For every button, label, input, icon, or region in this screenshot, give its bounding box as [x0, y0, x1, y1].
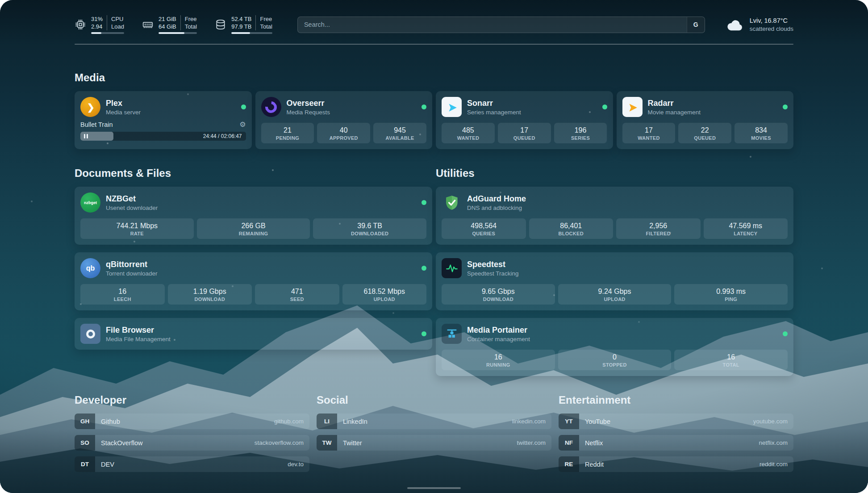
cpu-usage-label: CPU [111, 15, 124, 23]
cpu-load-label: Load [111, 23, 124, 30]
service-card-speedtest[interactable]: Speedtest Speedtest Tracking 9.65 GbpsDO… [436, 252, 793, 310]
bookmark-dev[interactable]: DT DEV dev.to [75, 456, 309, 472]
service-card-plex[interactable]: ❯ Plex Media server Bullet Train ⚙ 24:44… [75, 91, 252, 149]
service-name: Speedtest [467, 259, 519, 269]
bookmark-reddit[interactable]: RE Reddit reddit.com [559, 456, 793, 472]
bookmark-stackoverflow[interactable]: SO StackOverflow stackoverflow.com [75, 435, 309, 451]
bookmark-name: DEV [95, 456, 114, 472]
background-stars [0, 0, 1, 1]
service-card-qbittorrent[interactable]: qb qBittorrent Torrent downloader 16LEEC… [75, 252, 432, 310]
stats-row: 485WANTED 17QUEUED 196SERIES [442, 123, 607, 143]
plex-icon: ❯ [80, 97, 100, 117]
service-name: AdGuard Home [467, 194, 526, 204]
weather-location: Lviv, 16.87°C [750, 17, 793, 25]
stat-block: 2,956FILTERED [616, 218, 701, 239]
section-title-utilities: Utilities [436, 167, 793, 180]
service-desc: Speedtest Tracking [467, 270, 519, 277]
home-indicator [407, 487, 461, 489]
dashboard-screen: 31% 2.94 CPU Load [0, 0, 868, 493]
stat-block: 266 GBREMAINING [197, 218, 310, 239]
bookmark-url: linkedin.com [512, 414, 551, 429]
speedtest-icon [442, 258, 462, 278]
disk-free-label: Free [260, 15, 272, 23]
disk-progress-bar [231, 32, 272, 34]
service-card-portainer[interactable]: Media Portainer Container management 16R… [436, 318, 793, 376]
resource-cpu: 31% 2.94 CPU Load [75, 15, 124, 34]
pause-icon[interactable] [84, 134, 88, 138]
stat-block: 16TOTAL [674, 350, 788, 370]
stats-row: 16RUNNING 0STOPPED 16TOTAL [442, 350, 788, 370]
stat-block: 22QUEUED [678, 123, 731, 143]
bookmark-name: LinkedIn [337, 414, 367, 429]
bookmark-url: dev.to [288, 456, 309, 472]
bookmark-name: Github [95, 414, 120, 429]
bookmark-name: Netflix [579, 435, 603, 451]
stats-row: 16LEECH 1.19 GbpsDOWNLOAD 471SEED 618.52… [80, 284, 426, 305]
stat-block: 9.65 GbpsDOWNLOAD [442, 284, 555, 305]
service-card-sonarr[interactable]: Sonarr Series management 485WANTED 17QUE… [436, 91, 613, 149]
stat-block: 16LEECH [80, 284, 165, 305]
service-desc: Media server [106, 109, 141, 116]
stats-row: 17WANTED 22QUEUED 834MOVIES [622, 123, 788, 143]
service-desc: Media File Management [106, 335, 171, 343]
service-card-filebrowser[interactable]: File Browser Media File Management [75, 318, 432, 350]
overseerr-icon [261, 97, 281, 117]
section-title-developer: Developer [75, 394, 309, 406]
service-desc: Torrent downloader [106, 270, 158, 277]
stat-block: 485WANTED [442, 123, 495, 143]
cpu-icon [75, 19, 86, 30]
bookmark-name: StackOverflow [95, 435, 142, 451]
stat-block: 618.52 MbpsUPLOAD [342, 284, 427, 305]
bookmark-url: netflix.com [759, 435, 793, 451]
bookmark-netflix[interactable]: NF Netflix netflix.com [559, 435, 793, 451]
section-title-media: Media [75, 71, 793, 84]
service-name: Radarr [648, 98, 701, 108]
qbittorrent-icon: qb [80, 258, 100, 278]
sonarr-icon [442, 97, 462, 117]
bookmark-abbr: NF [559, 435, 579, 451]
filebrowser-icon [80, 324, 100, 344]
top-bar: 31% 2.94 CPU Load [75, 15, 793, 34]
stat-block: 17QUEUED [498, 123, 551, 143]
bookmark-url: reddit.com [760, 456, 793, 472]
status-dot [783, 331, 788, 336]
service-card-nzbget[interactable]: nzbget NZBGet Usenet downloader 744.21 M… [75, 187, 432, 245]
stat-block: 17WANTED [622, 123, 676, 143]
service-desc: DNS and adblocking [467, 204, 526, 212]
service-name: qBittorrent [106, 259, 158, 269]
bookmark-abbr: TW [317, 435, 337, 451]
stats-row: 744.21 MbpsRATE 266 GBREMAINING 39.6 TBD… [80, 218, 426, 239]
status-dot [241, 104, 246, 109]
service-desc: Media Requests [287, 109, 330, 116]
social-column: Social LI LinkedIn linkedin.com TW Twitt… [317, 394, 551, 472]
section-title-documents: Documents & Files [75, 167, 432, 180]
gear-icon[interactable]: ⚙ [239, 121, 246, 128]
bookmark-url: twitter.com [517, 435, 551, 451]
bookmark-github[interactable]: GH Github github.com [75, 414, 309, 429]
bookmark-abbr: YT [559, 414, 579, 429]
stat-block: 196SERIES [554, 123, 607, 143]
radarr-icon [622, 97, 643, 117]
bookmark-linkedin[interactable]: LI LinkedIn linkedin.com [317, 414, 551, 429]
memory-total-value: 64 GiB [159, 23, 176, 30]
now-playing-title: Bullet Train [80, 121, 113, 128]
bookmark-abbr: LI [317, 414, 337, 429]
stat-block: 21PENDING [261, 123, 314, 143]
bookmark-twitter[interactable]: TW Twitter twitter.com [317, 435, 551, 451]
search-input[interactable] [298, 17, 687, 33]
bookmark-youtube[interactable]: YT YouTube youtube.com [559, 414, 793, 429]
stat-block: 0STOPPED [558, 350, 672, 370]
stat-block: 471SEED [255, 284, 339, 305]
memory-total-label: Total [185, 23, 197, 30]
service-card-radarr[interactable]: Radarr Movie management 17WANTED 22QUEUE… [617, 91, 794, 149]
status-dot [421, 104, 426, 109]
service-card-adguard[interactable]: AdGuard Home DNS and adblocking 498,564Q… [436, 187, 793, 245]
dashboard-content: 31% 2.94 CPU Load [75, 0, 793, 472]
stat-block: 834MOVIES [734, 123, 788, 143]
search-bar: G [297, 17, 705, 33]
media-grid: ❯ Plex Media server Bullet Train ⚙ 24:44… [75, 91, 793, 149]
search-provider-button[interactable]: G [687, 17, 705, 33]
resource-widgets: 31% 2.94 CPU Load [75, 15, 272, 34]
bookmark-url: youtube.com [753, 414, 793, 429]
service-card-overseerr[interactable]: Overseerr Media Requests 21PENDING 40APP… [255, 91, 433, 149]
